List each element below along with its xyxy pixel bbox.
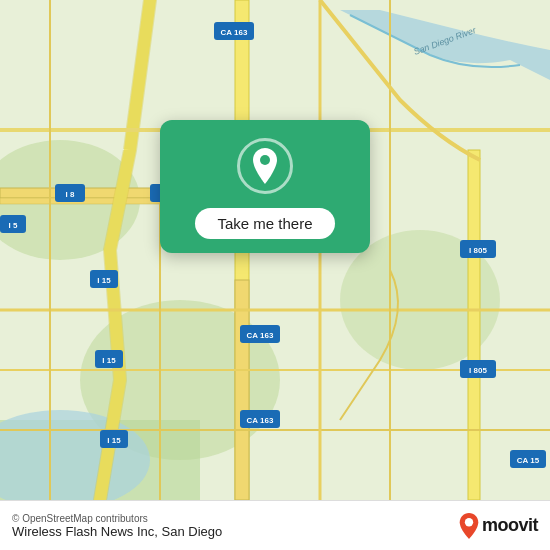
svg-rect-10 (235, 280, 249, 500)
location-icon (237, 138, 293, 194)
bottom-bar: © OpenStreetMap contributors Wireless Fl… (0, 500, 550, 550)
take-me-there-button[interactable]: Take me there (195, 208, 334, 239)
moovit-text: moovit (482, 515, 538, 536)
moovit-pin-icon (458, 513, 480, 539)
svg-text:I 5: I 5 (9, 221, 18, 230)
svg-text:CA 163: CA 163 (247, 331, 274, 340)
moovit-logo: moovit (458, 513, 538, 539)
svg-rect-9 (468, 150, 480, 500)
overlay-card: Take me there (160, 120, 370, 253)
location-name: Wireless Flash News Inc, San Diego (12, 524, 222, 539)
svg-text:I 8: I 8 (66, 190, 75, 199)
svg-text:I 15: I 15 (97, 276, 111, 285)
attribution-text: © OpenStreetMap contributors (12, 513, 222, 524)
svg-point-45 (465, 518, 473, 526)
svg-text:I 805: I 805 (469, 366, 487, 375)
svg-text:I 15: I 15 (102, 356, 116, 365)
map-container: I 8 I 8 CA 163 I 15 I 15 I 15 I 5 I 805 … (0, 0, 550, 500)
svg-text:CA 15: CA 15 (517, 456, 540, 465)
svg-text:CA 163: CA 163 (221, 28, 248, 37)
svg-text:I 15: I 15 (107, 436, 121, 445)
bottom-left: © OpenStreetMap contributors Wireless Fl… (12, 513, 222, 539)
svg-text:I 805: I 805 (469, 246, 487, 255)
svg-text:CA 163: CA 163 (247, 416, 274, 425)
svg-point-44 (260, 155, 270, 165)
